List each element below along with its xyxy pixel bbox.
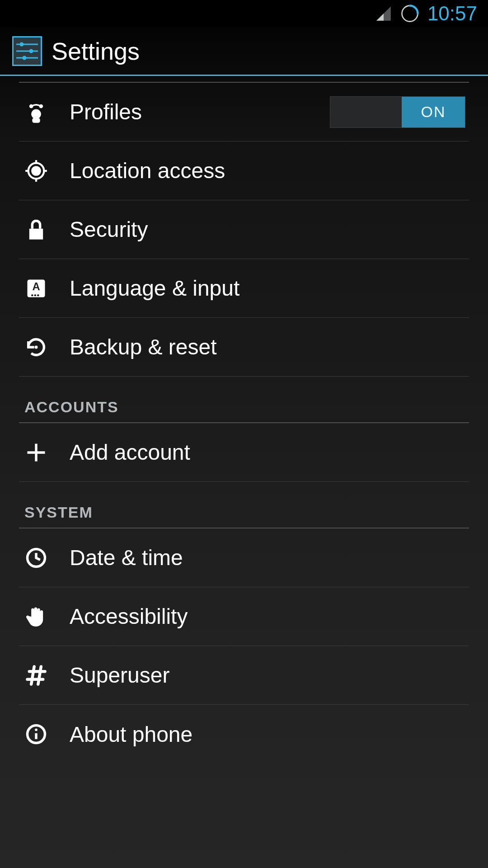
item-about-phone[interactable]: About phone	[19, 705, 469, 764]
settings-list[interactable]: PERSONAL Profiles ON	[0, 76, 488, 868]
item-accessibility[interactable]: Accessibility	[19, 587, 469, 646]
item-label: About phone	[70, 722, 469, 747]
item-security[interactable]: Security	[19, 200, 469, 259]
svg-point-12	[32, 167, 40, 175]
item-add-account[interactable]: Add account	[19, 423, 469, 482]
profiles-toggle[interactable]: ON	[330, 96, 465, 128]
svg-point-7	[23, 56, 27, 60]
item-label: Add account	[70, 440, 469, 465]
svg-line-30	[31, 666, 34, 684]
backup-icon	[24, 335, 48, 359]
status-clock: 10:57	[427, 2, 477, 25]
signal-icon	[375, 5, 392, 22]
item-label: Location access	[70, 158, 469, 183]
svg-point-8	[31, 109, 41, 119]
loading-circle-icon	[400, 4, 419, 23]
toggle-thumb-on: ON	[402, 97, 465, 127]
item-superuser[interactable]: Superuser	[19, 646, 469, 705]
clock-icon	[24, 546, 48, 570]
plus-icon	[24, 441, 48, 464]
svg-point-23	[37, 294, 39, 296]
action-bar: Settings	[0, 27, 488, 76]
item-label: Profiles	[70, 99, 330, 124]
item-language-input[interactable]: A Language & input	[19, 259, 469, 318]
svg-rect-18	[29, 228, 43, 239]
language-icon: A	[24, 277, 48, 300]
svg-point-6	[29, 49, 33, 53]
item-label: Backup & reset	[70, 335, 469, 359]
item-label: Security	[70, 217, 469, 242]
location-icon	[24, 159, 48, 183]
svg-line-31	[38, 666, 41, 684]
settings-icon	[11, 35, 43, 67]
status-bar: 10:57	[0, 0, 488, 27]
svg-point-5	[20, 42, 24, 46]
item-date-time[interactable]: Date & time	[19, 528, 469, 587]
info-icon	[24, 722, 48, 746]
item-label: Language & input	[70, 276, 469, 301]
page-title: Settings	[52, 37, 140, 65]
item-label: Accessibility	[70, 604, 469, 629]
section-header-accounts: ACCOUNTS	[19, 377, 469, 423]
profiles-icon	[24, 100, 48, 124]
section-header-system: SYSTEM	[19, 482, 469, 528]
svg-point-24	[35, 345, 38, 349]
section-header-personal: PERSONAL	[19, 76, 469, 83]
hash-icon	[24, 664, 48, 687]
svg-text:A: A	[32, 280, 40, 292]
item-label: Superuser	[70, 663, 469, 688]
svg-rect-9	[32, 118, 40, 123]
item-profiles[interactable]: Profiles ON	[19, 83, 469, 142]
svg-point-22	[34, 294, 36, 296]
lock-icon	[24, 218, 48, 241]
item-label: Date & time	[70, 545, 469, 570]
item-location-access[interactable]: Location access	[19, 142, 469, 200]
item-backup-reset[interactable]: Backup & reset	[19, 318, 469, 377]
svg-point-21	[31, 294, 33, 296]
svg-point-34	[35, 728, 38, 731]
hand-icon	[24, 605, 48, 628]
